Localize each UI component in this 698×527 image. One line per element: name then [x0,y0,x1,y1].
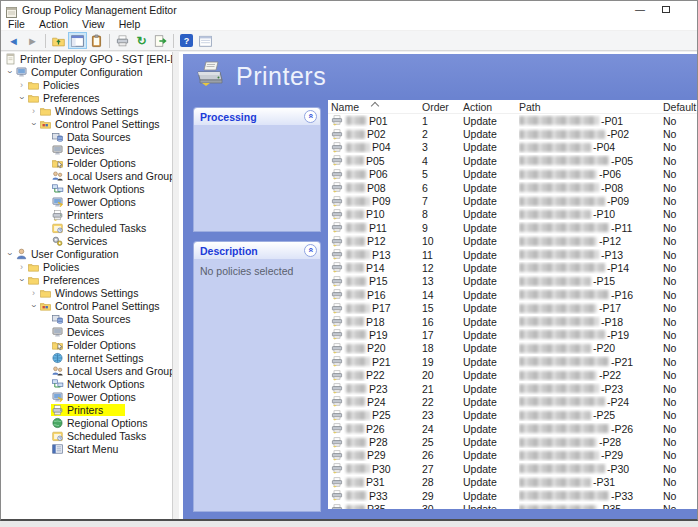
tree-item-services[interactable]: Services [1,234,172,247]
printer-row-p30[interactable]: P3027Update-P30No [328,462,698,475]
print-icon[interactable] [113,32,132,49]
chevron-expanded-icon[interactable]: › [17,92,27,103]
tree-item-network-options[interactable]: Network Options [1,182,172,195]
printer-row-p05[interactable]: P054Update-P05No [328,154,698,167]
chevron-collapsed-icon[interactable]: › [28,288,39,298]
printer-row-p01[interactable]: P011Update-P01No [328,114,698,127]
printer-row-p13[interactable]: P1311Update-P13No [328,248,698,261]
printer-icon [331,410,343,421]
printer-row-p24[interactable]: P2422Update-P24No [328,395,698,408]
printer-row-p06[interactable]: P065Update-P06No [328,168,698,181]
back-arrow-icon[interactable]: ◄ [4,32,23,49]
tree-item-printers[interactable]: Printers [1,403,172,416]
printer-row-p35[interactable]: P3530Update-P35No [328,502,698,509]
printer-row-p09[interactable]: P097Update-P09No [328,194,698,207]
chevron-expanded-icon[interactable]: › [5,248,15,259]
description-panel-header[interactable]: Description « [194,242,320,259]
printer-row-p31[interactable]: P3128Update-P31No [328,476,698,489]
collapse-chevron-icon[interactable]: « [304,110,317,123]
cell-name: P05 [328,155,422,167]
tree-item-printers[interactable]: Printers [1,208,172,221]
tree-item-control-panel-settings[interactable]: ›Control Panel Settings [1,299,172,312]
column-header-order[interactable]: Order [422,101,463,113]
tree-item-folder-options[interactable]: Folder Options [1,156,172,169]
tree-item-policies[interactable]: ›Policies [1,260,172,273]
tree-item-local-users-and-groups[interactable]: Local Users and Groups [1,364,172,377]
console-tree[interactable]: Printer Deploy GPO - SGT [ERI-DC-WP01.L›… [1,52,173,519]
printer-row-p29[interactable]: P2926Update-P29No [328,449,698,462]
printer-row-p12[interactable]: P1210Update-P12No [328,235,698,248]
printer-row-p21[interactable]: P2119Update-P21No [328,355,698,368]
chevron-collapsed-icon[interactable]: › [16,262,27,272]
printer-row-p28[interactable]: P2825Update-P28No [328,435,698,448]
printer-row-p23[interactable]: P2321Update-P23No [328,382,698,395]
tree-item-local-users-and-groups[interactable]: Local Users and Groups [1,169,172,182]
tree-item-devices[interactable]: Devices [1,325,172,338]
tree-item-power-options[interactable]: Power Options [1,195,172,208]
printer-row-p26[interactable]: P2624Update-P26No [328,422,698,435]
tree-item-policies[interactable]: ›Policies [1,78,172,91]
tree-item-scheduled-tasks[interactable]: Scheduled Tasks [1,221,172,234]
tree-item-data-sources[interactable]: Data Sources [1,312,172,325]
chevron-expanded-icon[interactable]: › [29,300,39,311]
tree-item-preferences[interactable]: ›Preferences [1,91,172,104]
title-bar[interactable]: Group Policy Management Editor — [1,1,697,18]
collapse-chevron-icon[interactable]: « [304,244,317,257]
printer-row-p19[interactable]: P1917Update-P19No [328,328,698,341]
chevron-expanded-icon[interactable]: › [5,66,15,77]
printers-pane: Printers Processing « Description « No p… [179,52,698,521]
tree-item-power-options[interactable]: Power Options [1,390,172,403]
tree-item-start-menu[interactable]: Start Menu [1,442,172,455]
printer-row-p04[interactable]: P043Update-P04No [328,141,698,154]
printer-row-p16[interactable]: P1614Update-P16No [328,288,698,301]
chevron-expanded-icon[interactable]: › [29,118,39,129]
tree-item-folder-options[interactable]: Folder Options [1,338,172,351]
tree-item-windows-settings[interactable]: ›Windows Settings [1,104,172,117]
menu-file[interactable]: File [1,18,32,30]
up-one-level-icon[interactable] [49,32,68,49]
printer-row-p20[interactable]: P2018Update-P20No [328,342,698,355]
help-icon[interactable]: ? [177,32,196,49]
printer-row-p11[interactable]: P119Update-P11No [328,221,698,234]
minimize-button[interactable]: — [627,1,653,18]
properties-clipboard-icon[interactable] [87,32,106,49]
printer-row-p18[interactable]: P1816Update-P18No [328,315,698,328]
list-view-icon[interactable] [196,32,215,49]
show-console-tree-icon[interactable] [68,32,87,49]
tree-item-data-sources[interactable]: Data Sources [1,130,172,143]
refresh-icon[interactable]: ↻ [132,32,151,49]
tree-item-control-panel-settings[interactable]: ›Control Panel Settings [1,117,172,130]
tree-item-regional-options[interactable]: Regional Options [1,416,172,429]
tree-item-internet-settings[interactable]: Internet Settings [1,351,172,364]
chevron-expanded-icon[interactable]: › [17,274,27,285]
tree-item-windows-settings[interactable]: ›Windows Settings [1,286,172,299]
menu-help[interactable]: Help [112,18,148,30]
printer-row-p14[interactable]: P1412Update-P14No [328,261,698,274]
menu-view[interactable]: View [75,18,112,30]
chevron-collapsed-icon[interactable]: › [16,80,27,90]
processing-panel-header[interactable]: Processing « [194,108,320,125]
column-header-action[interactable]: Action [463,101,519,113]
maximize-button[interactable] [653,1,679,18]
column-header-default[interactable]: Default [663,101,698,113]
printer-row-p15[interactable]: P1513Update-P15No [328,275,698,288]
printer-row-p08[interactable]: P086Update-P08No [328,181,698,194]
tree-item-scheduled-tasks[interactable]: Scheduled Tasks [1,429,172,442]
printer-row-p02[interactable]: P022Update-P02No [328,127,698,140]
tree-item-printer-deploy-gpo-sgt-eri-dc-wp01-l[interactable]: Printer Deploy GPO - SGT [ERI-DC-WP01.L [1,52,172,65]
tree-item-user-configuration[interactable]: ›User Configuration [1,247,172,260]
tree-item-preferences[interactable]: ›Preferences [1,273,172,286]
tree-item-computer-configuration[interactable]: ›Computer Configuration [1,65,172,78]
tree-item-devices[interactable]: Devices [1,143,172,156]
printer-row-p25[interactable]: P2523Update-P25No [328,409,698,422]
chevron-collapsed-icon[interactable]: › [28,106,39,116]
printer-row-p17[interactable]: P1715Update-P17No [328,301,698,314]
printer-row-p10[interactable]: P108Update-P10No [328,208,698,221]
printer-row-p33[interactable]: P3329Update-P33No [328,489,698,502]
export-list-icon[interactable] [151,32,170,49]
menu-action[interactable]: Action [32,18,75,30]
forward-arrow-icon[interactable]: ► [23,32,42,49]
printer-row-p22[interactable]: P2220Update-P22No [328,368,698,381]
column-header-path[interactable]: Path [519,101,663,113]
tree-item-network-options[interactable]: Network Options [1,377,172,390]
